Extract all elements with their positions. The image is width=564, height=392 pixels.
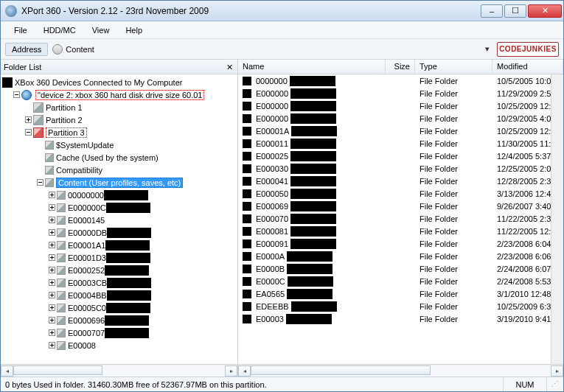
table-row[interactable]: E0000CFile Folder2/24/2008 5:53:36 [238,275,563,287]
table-row[interactable]: E00003File Folder3/19/2010 9:41:04 [238,312,563,325]
folder-tree[interactable]: XBox 360 Devices Connected to My Compute… [1,74,237,364]
tree-sysupdate[interactable]: $SystemUpdate [1,139,237,151]
tree-content-child[interactable]: E00004BB [1,289,237,301]
close-button[interactable]: ✕ [528,4,562,18]
tree-content-child[interactable]: 00000000 [1,189,237,201]
expand-icon[interactable] [46,317,57,323]
table-row[interactable]: E000081File Folder11/22/2005 12:13 [238,225,563,237]
tree-content-child[interactable]: E00001D3 [1,251,237,264]
minimize-button[interactable]: – [481,4,503,18]
tree-partition-2[interactable]: Partition 2 [1,113,237,126]
table-row[interactable]: E000011File Folder11/30/2005 11:55 [238,137,563,150]
collapse-icon[interactable] [35,179,45,186]
file-list-pane: Name Size Type Modified 0000000File Fold… [238,60,563,377]
scroll-left-button[interactable]: ◂ [238,365,251,377]
collapse-icon[interactable] [11,91,21,98]
expand-icon[interactable] [46,229,57,236]
table-row[interactable]: E000050File Folder3/13/2006 12:40:3 [238,187,563,200]
item-icon [243,177,251,186]
expand-icon[interactable] [46,254,57,261]
expand-icon[interactable] [46,204,57,211]
resize-grip-icon[interactable]: ⋰ [547,379,559,389]
col-name[interactable]: Name [238,60,386,74]
expand-icon[interactable] [46,342,57,349]
tree-content-child[interactable]: E00005C0 [1,301,237,314]
expand-icon[interactable] [46,242,57,248]
table-row[interactable]: E000069File Folder9/26/2007 3:40:42 [238,200,563,212]
table-row[interactable]: EDEEBBFile Folder10/25/2009 6:35:4 [238,300,563,312]
tree-content-child[interactable]: E00003CB [1,276,237,289]
scroll-thumb[interactable] [13,365,102,375]
table-row[interactable]: E0000AFile Folder2/23/2008 6:06:08 [238,250,563,262]
col-size[interactable]: Size [386,60,415,74]
tree-content-child[interactable]: E0000145 [1,214,237,226]
tree-hscrollbar[interactable]: ◂ ▸ [1,364,237,377]
scroll-left-button[interactable]: ◂ [1,365,13,377]
table-row[interactable]: E00001AFile Folder10/25/2009 12:37 [238,125,563,137]
tree-root[interactable]: XBox 360 Devices Connected to My Compute… [1,76,237,88]
address-path[interactable]: Content [52,44,478,55]
col-modified[interactable]: Modified [492,60,563,74]
globe-icon [21,90,32,100]
tree-content-child[interactable]: E00000DB [1,226,237,239]
redacted [290,113,336,124]
tree-content-child[interactable]: E0000707 [1,326,237,339]
table-row[interactable]: E000070File Folder11/22/2005 2:32:5 [238,212,563,225]
list-vscrollbar[interactable] [551,74,563,364]
address-label: Address [5,43,48,56]
menu-help[interactable]: Help [118,24,150,37]
tree-device[interactable]: "device 2: xbox 360 hard disk drive size… [1,88,237,101]
expand-icon[interactable] [23,116,33,123]
scroll-thumb[interactable] [251,365,431,375]
redacted [290,201,336,211]
expand-icon[interactable] [46,292,57,298]
tree-partition-1[interactable]: Partition 1 [1,101,237,113]
menu-view[interactable]: View [85,24,117,37]
expand-icon[interactable] [46,217,57,223]
expand-icon[interactable] [46,279,57,286]
table-row[interactable]: E000000File Folder10/29/2005 4:09:2 [238,112,563,125]
menubar: File HDD/MC View Help [1,21,563,39]
expand-icon[interactable] [46,304,57,311]
table-row[interactable]: EA0565File Folder3/1/2010 12:48:12 [238,287,563,300]
scroll-right-button[interactable]: ▸ [225,365,237,377]
table-row[interactable]: E000041File Folder12/28/2005 2:38:4 [238,175,563,187]
table-row[interactable]: E000000File Folder11/29/2009 2:52:1 [238,87,563,99]
folder-list-close-icon[interactable]: ✕ [224,62,234,72]
addressbar: Address Content ▾ CODEJUNKIES [1,39,563,60]
tree-content-child[interactable]: E00001A1 [1,239,237,251]
table-row[interactable]: E000030File Folder12/25/2005 2:02:1 [238,162,563,175]
expand-icon[interactable] [46,192,57,198]
status-text: 0 bytes Used in folder. 31460.30MB free … [5,380,503,389]
tree-content[interactable]: Content (User profiles, saves, etc) [1,176,237,189]
folder-list-pane: Folder List ✕ XBox 360 Devices Connected… [1,60,238,377]
tree-compat[interactable]: Compatibility [1,164,237,176]
table-row[interactable]: E000091File Folder2/23/2008 6:04:50 [238,237,563,250]
table-row[interactable]: E000000File Folder10/25/2009 12:36 [238,99,563,112]
tree-content-child[interactable]: E0000696 [1,314,237,326]
titlebar[interactable]: XPort 360 - Version 2.12 - 23rd November… [1,1,563,21]
tree-content-child[interactable]: E0000252 [1,264,237,276]
col-type[interactable]: Type [415,60,492,74]
address-dropdown-icon[interactable]: ▾ [482,44,492,54]
maximize-button[interactable]: ☐ [504,4,526,18]
item-name: E00001A [256,127,289,136]
item-type: File Folder [415,114,492,123]
item-type: File Folder [415,127,492,136]
tree-content-child[interactable]: E000000C [1,201,237,214]
expand-icon[interactable] [46,267,57,273]
list-hscrollbar[interactable]: ◂ ▸ [238,364,563,377]
collapse-icon[interactable] [23,129,33,136]
table-row[interactable]: E0000BFile Folder2/24/2008 6:07:00 [238,262,563,275]
scroll-right-button[interactable]: ▸ [551,365,563,377]
expand-icon[interactable] [46,329,57,336]
table-row[interactable]: E000025File Folder12/4/2005 5:37:16 [238,150,563,162]
tree-partition-3[interactable]: Partition 3 [1,126,237,139]
menu-hddmc[interactable]: HDD/MC [36,24,83,37]
menu-file[interactable]: File [7,24,35,37]
file-list[interactable]: 0000000File Folder10/5/2005 10:00:2E0000… [238,74,563,364]
table-row[interactable]: 0000000File Folder10/5/2005 10:00:2 [238,74,563,87]
tree-cache[interactable]: Cache (Used by the system) [1,151,237,164]
item-icon [243,77,251,85]
tree-content-child[interactable]: E00008 [1,339,237,351]
